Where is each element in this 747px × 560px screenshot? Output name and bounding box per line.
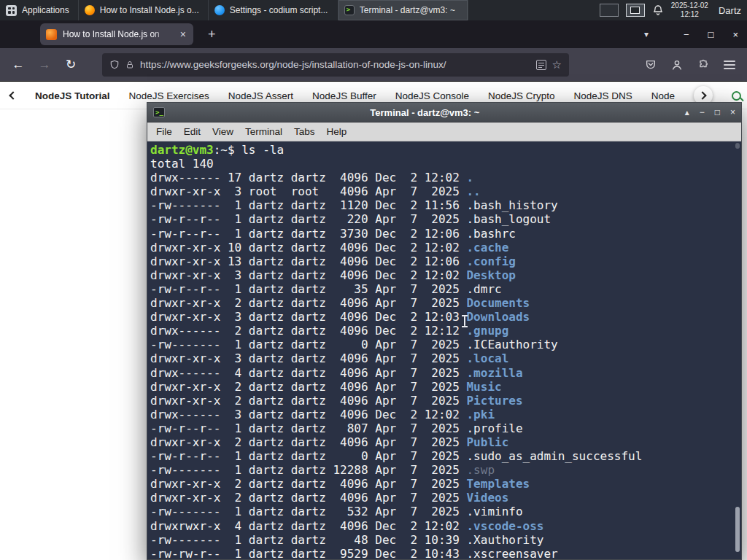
lock-icon[interactable] — [125, 60, 134, 70]
nav-scroll-left-icon[interactable] — [9, 91, 17, 99]
terminal-listing-row: drwxr-xr-x 2 dartz dartz 4096 Apr 7 2025… — [150, 296, 741, 310]
terminal-minimize-button[interactable]: − — [700, 107, 705, 117]
site-nav-link[interactable]: NodeJS DNS — [574, 90, 632, 101]
terminal-app-icon: >_ — [153, 107, 165, 117]
clock[interactable]: 2025-12-02 12:12 — [671, 1, 708, 19]
browser-toolbar: ← → ↻ https://www.geeksforgeeks.org/node… — [0, 48, 747, 82]
browser-minimize-button[interactable]: − — [684, 29, 689, 40]
reload-button[interactable]: ↻ — [60, 54, 82, 76]
menu-icon[interactable] — [724, 61, 735, 69]
tab-title: How to Install Node.js on — [63, 29, 173, 39]
terminal-listing-row: drwxr-xr-x 3 root root 4096 Apr 7 2025 .… — [150, 184, 741, 198]
terminal-scrollbar-track[interactable] — [735, 143, 740, 149]
terminal-listing-row: drwxr-xr-x 3 dartz dartz 4096 Apr 7 2025… — [150, 351, 741, 365]
terminal-screen[interactable]: dartz@vm3:~$ ls -la total 140 drwx------… — [147, 141, 741, 559]
new-tab-button[interactable]: + — [204, 27, 220, 42]
tabstrip-controls: ▾ − □ × — [644, 29, 747, 40]
reader-mode-icon[interactable] — [536, 60, 546, 70]
pocket-icon[interactable] — [645, 59, 657, 71]
terminal-menu-view[interactable]: View — [206, 126, 239, 137]
site-nav-link[interactable]: NodeJS Assert — [228, 90, 293, 101]
desktop: Applications How to Install Node.js o...… — [0, 0, 747, 560]
forward-button[interactable]: → — [34, 54, 55, 76]
user-menu[interactable]: Dartz — [719, 5, 741, 16]
extensions-icon[interactable] — [697, 59, 709, 71]
site-nav-link[interactable]: NodeJS Crypto — [488, 90, 555, 101]
browser-window-controls: − □ × — [684, 29, 738, 40]
terminal-window-controls: ▴ − □ × — [685, 107, 735, 117]
site-nav-link[interactable]: NodeJS Tutorial — [35, 90, 110, 101]
url-bar[interactable]: https://www.geeksforgeeks.org/node-js/in… — [102, 53, 569, 77]
terminal-window: >_ Terminal - dartz@vm3: ~ ▴ − □ × FileE… — [147, 102, 742, 560]
applications-label: Applications — [22, 5, 69, 15]
back-button[interactable]: ← — [7, 54, 29, 76]
search-icon[interactable] — [732, 91, 741, 101]
terminal-listing-row: drwxr-xr-x 2 dartz dartz 4096 Apr 7 2025… — [150, 477, 741, 491]
terminal-menubar: FileEditViewTerminalTabsHelp — [147, 122, 741, 141]
terminal-listing-row: drwxr-xr-x 2 dartz dartz 4096 Apr 7 2025… — [150, 435, 741, 449]
taskbar-window-label: Settings - codium script... — [230, 5, 328, 15]
taskbar-window-list: How to Install Node.js o...Settings - co… — [79, 0, 468, 20]
terminal-listing-row: -rw-r--r-- 1 dartz dartz 0 Apr 7 2025 .s… — [150, 449, 741, 463]
terminal-listing-row: drwx------ 3 dartz dartz 4096 Dec 2 12:0… — [150, 408, 741, 421]
taskbar-window-label: Terminal - dartz@vm3: ~ — [360, 5, 455, 15]
taskbar-window-button[interactable]: How to Install Node.js o... — [79, 0, 209, 20]
terminal-menu-file[interactable]: File — [150, 126, 178, 137]
terminal-listing-row: -rw-r--r-- 1 dartz dartz 220 Apr 7 2025 … — [150, 212, 741, 226]
browser-maximize-button[interactable]: □ — [708, 29, 714, 40]
terminal-menu-help[interactable]: Help — [321, 126, 353, 137]
terminal-shade-button[interactable]: ▴ — [685, 107, 689, 117]
clock-time: 12:12 — [681, 10, 699, 19]
shield-icon[interactable] — [109, 59, 120, 70]
terminal-listing-row: -rw------- 1 dartz dartz 0 Apr 7 2025 .I… — [150, 338, 741, 351]
site-nav-links: NodeJS TutorialNodeJS ExercisesNodeJS As… — [35, 90, 675, 101]
terminal-listing-row: -rw-r--r-- 1 dartz dartz 35 Apr 7 2025 .… — [150, 282, 741, 296]
terminal-listing-row: drwx------ 17 dartz dartz 4096 Dec 2 12:… — [150, 171, 741, 184]
terminal-menu-edit[interactable]: Edit — [178, 126, 206, 137]
taskbar-window-button[interactable]: >Terminal - dartz@vm3: ~ — [338, 0, 468, 20]
terminal-title: Terminal - dartz@vm3: ~ — [165, 107, 685, 118]
terminal-listing-row: drwxr-xr-x 2 dartz dartz 4096 Apr 7 2025… — [150, 394, 741, 408]
site-nav-link[interactable]: NodeJS Exercises — [129, 90, 209, 101]
site-nav-link[interactable]: NodeJS Buffer — [312, 90, 376, 101]
list-all-tabs-icon[interactable]: ▾ — [644, 29, 649, 39]
codium-icon — [214, 5, 225, 15]
notification-bell-icon[interactable] — [652, 4, 664, 16]
workspace-1[interactable] — [600, 4, 619, 17]
terminal-listing-row: drwxr-xr-x 13 dartz dartz 4096 Dec 2 12:… — [150, 254, 741, 268]
taskbar-tray: 2025-12-02 12:12 Dartz — [600, 0, 747, 20]
browser-tab[interactable]: How to Install Node.js on × — [40, 23, 193, 45]
applications-menu[interactable]: Applications — [0, 0, 79, 20]
terminal-icon: > — [344, 5, 355, 15]
terminal-titlebar[interactable]: >_ Terminal - dartz@vm3: ~ ▴ − □ × — [147, 103, 741, 122]
workspace-2[interactable] — [626, 4, 645, 17]
terminal-maximize-button[interactable]: □ — [715, 107, 720, 117]
tab-close-icon[interactable]: × — [179, 28, 187, 40]
terminal-listing-row: drwxr-xr-x 2 dartz dartz 4096 Apr 7 2025… — [150, 491, 741, 505]
terminal-listing-row: drwxr-xr-x 10 dartz dartz 4096 Dec 2 12:… — [150, 241, 741, 254]
terminal-close-button[interactable]: × — [730, 107, 735, 117]
site-nav-link[interactable]: NodeJS Console — [395, 90, 469, 101]
terminal-listing-row: -rw-rw-r-- 1 dartz dartz 9529 Dec 2 10:4… — [150, 547, 741, 559]
prompt-user-host: dartz@vm3 — [150, 143, 214, 157]
terminal-prompt-line: dartz@vm3:~$ ls -la — [150, 143, 741, 157]
terminal-listing-row: -rw------- 1 dartz dartz 532 Apr 7 2025 … — [150, 505, 741, 518]
terminal-output: drwx------ 17 dartz dartz 4096 Dec 2 12:… — [150, 171, 741, 559]
terminal-listing-row: -rw-r--r-- 1 dartz dartz 807 Apr 7 2025 … — [150, 421, 741, 435]
toolbar-right-icons — [645, 59, 740, 71]
terminal-listing-row: drwxrwxr-x 4 dartz dartz 4096 Dec 2 12:0… — [150, 519, 741, 533]
bookmark-star-icon[interactable]: ☆ — [552, 58, 562, 71]
site-nav-link[interactable]: Node — [651, 90, 675, 101]
browser-close-button[interactable]: × — [732, 29, 738, 40]
mouse-cursor — [464, 316, 465, 327]
terminal-listing-row: -rw------- 1 dartz dartz 48 Dec 2 10:39 … — [150, 533, 741, 547]
terminal-listing-row: drwxr-xr-x 3 dartz dartz 4096 Dec 2 12:0… — [150, 310, 741, 324]
clock-date: 2025-12-02 — [671, 1, 708, 10]
taskbar-window-button[interactable]: Settings - codium script... — [209, 0, 338, 20]
terminal-listing-row: -rw------- 1 dartz dartz 12288 Apr 7 202… — [150, 463, 741, 477]
terminal-menu-tabs[interactable]: Tabs — [288, 126, 321, 137]
terminal-scrollbar-thumb[interactable] — [735, 507, 740, 552]
account-icon[interactable] — [671, 59, 683, 71]
terminal-menu-terminal[interactable]: Terminal — [239, 126, 288, 137]
prompt-command: ls -la — [241, 143, 284, 157]
